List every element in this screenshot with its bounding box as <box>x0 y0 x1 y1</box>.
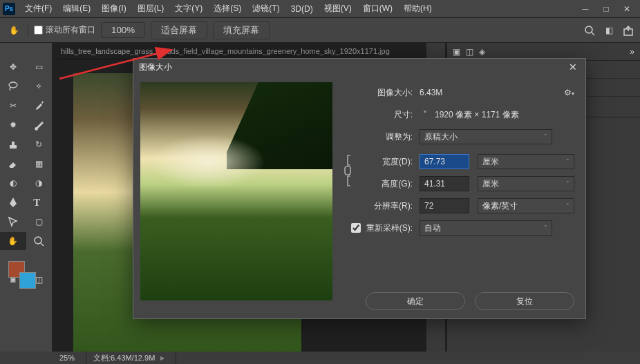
resolution-unit-select[interactable]: 像素/英寸˅ <box>478 198 574 213</box>
eraser-tool[interactable] <box>0 155 26 173</box>
fit-screen-button[interactable]: 适合屏幕 <box>151 21 207 39</box>
svg-point-3 <box>9 82 17 88</box>
fill-screen-button[interactable]: 填充屏幕 <box>213 21 270 39</box>
search-icon[interactable] <box>583 24 596 37</box>
move-tool[interactable]: ✥ <box>0 58 26 76</box>
menu-type[interactable]: 文字(Y) <box>169 0 208 17</box>
ok-button[interactable]: 确定 <box>366 292 465 310</box>
fit-to-select[interactable]: 原稿大小˅ <box>420 129 552 144</box>
shape-tool[interactable]: ▢ <box>26 213 53 231</box>
panel-menu-icon[interactable]: » <box>630 47 634 57</box>
image-size-label: 图像大小: <box>341 87 420 99</box>
constrain-link-icon[interactable] <box>341 153 355 191</box>
status-zoom[interactable]: 25% <box>53 352 86 364</box>
image-size-dialog: 图像大小 ✕ 图像大小: 6.43M ⚙▾ 尺寸: ˅ 1920 像素 × 11… <box>133 58 586 319</box>
statusbar: 25% 文档:6.43M/12.9M▶ <box>0 352 640 364</box>
svg-rect-4 <box>10 145 17 149</box>
svg-point-5 <box>35 237 41 244</box>
brush-tool[interactable] <box>26 116 53 134</box>
tools-panel: ✥ ▭ ✧ ✂ ✹ ↻ ▦ ◐ ◑ T ▢ ✋ ◙ ◫ <box>0 43 53 352</box>
share-icon[interactable] <box>622 24 634 37</box>
resolution-input[interactable] <box>420 198 469 213</box>
resample-checkbox[interactable] <box>351 223 361 233</box>
maximize-button[interactable]: □ <box>596 2 617 16</box>
svg-point-0 <box>585 26 592 33</box>
crop-tool[interactable]: ✂ <box>0 97 26 115</box>
zoom-tool[interactable] <box>26 232 53 250</box>
dialog-close-button[interactable]: ✕ <box>566 60 580 74</box>
path-select-tool[interactable] <box>0 213 26 231</box>
height-input[interactable] <box>420 176 469 191</box>
menu-view[interactable]: 视图(V) <box>319 0 357 17</box>
resolution-label: 分辨率(R): <box>341 200 420 212</box>
menubar: Ps 文件(F) 编辑(E) 图像(I) 图层(L) 文字(Y) 选择(S) 滤… <box>0 0 640 18</box>
options-bar: ✋ 滚动所有窗口 100% 适合屏幕 填充屏幕 ◧ <box>0 18 640 43</box>
eyedropper-tool[interactable] <box>26 97 53 115</box>
dialog-preview <box>140 82 332 300</box>
menu-3d[interactable]: 3D(D) <box>285 1 319 17</box>
svg-line-1 <box>592 32 594 35</box>
image-size-value: 6.43M <box>420 88 442 97</box>
menu-edit[interactable]: 编辑(E) <box>57 0 96 17</box>
close-button[interactable]: ✕ <box>617 2 637 16</box>
fit-to-label: 调整为: <box>341 131 420 143</box>
hand-tool-icon[interactable]: ✋ <box>6 22 22 39</box>
pen-tool[interactable] <box>0 193 26 211</box>
minimize-button[interactable]: ─ <box>575 2 596 16</box>
chevron-right-icon: ▶ <box>160 355 164 361</box>
channels-icon[interactable]: ◫ <box>466 47 473 57</box>
background-swatch[interactable] <box>19 272 36 289</box>
gear-icon[interactable]: ⚙▾ <box>564 88 574 97</box>
healing-brush-tool[interactable]: ✹ <box>0 116 26 134</box>
scroll-all-label: 滚动所有窗口 <box>46 24 95 36</box>
window-controls: ─ □ ✕ <box>575 2 637 16</box>
resample-label: 重新采样(S): <box>366 222 413 234</box>
document-tab[interactable]: hills_tree_landscape_grass_clouds_field_… <box>57 43 442 59</box>
status-doc[interactable]: 文档:6.43M/12.9M▶ <box>86 352 176 364</box>
hand-tool[interactable]: ✋ <box>0 232 26 250</box>
resample-select[interactable]: 自动˅ <box>420 220 552 236</box>
magic-wand-tool[interactable]: ✧ <box>26 77 53 95</box>
menu-window[interactable]: 窗口(W) <box>357 0 398 17</box>
scroll-all-checkbox-input[interactable] <box>34 26 43 35</box>
menu-filter[interactable]: 滤镜(T) <box>247 0 285 17</box>
menu-image[interactable]: 图像(I) <box>96 0 131 17</box>
paths-icon[interactable]: ◈ <box>479 47 485 57</box>
gradient-tool[interactable]: ▦ <box>26 155 53 173</box>
color-swatches[interactable] <box>0 258 52 300</box>
menu-file[interactable]: 文件(F) <box>19 0 57 17</box>
width-input[interactable] <box>420 154 469 169</box>
width-unit-select[interactable]: 厘米˅ <box>478 154 574 169</box>
dimensions-label: 尺寸: <box>341 109 420 121</box>
menu-select[interactable]: 选择(S) <box>208 0 247 17</box>
svg-rect-7 <box>345 166 350 175</box>
history-brush-tool[interactable]: ↻ <box>26 135 53 153</box>
height-unit-select[interactable]: 厘米˅ <box>478 176 574 191</box>
lasso-tool[interactable] <box>0 77 26 95</box>
zoom-100-button[interactable]: 100% <box>101 22 145 38</box>
type-tool[interactable]: T <box>26 193 53 211</box>
clone-stamp-tool[interactable] <box>0 135 26 153</box>
frame-icon[interactable]: ◧ <box>603 24 615 37</box>
dimensions-unit-toggle[interactable]: ˅ <box>420 109 431 120</box>
reset-button[interactable]: 复位 <box>475 292 574 310</box>
dialog-title: 图像大小 <box>139 61 172 73</box>
scroll-all-windows-checkbox[interactable]: 滚动所有窗口 <box>34 24 95 36</box>
dodge-tool[interactable]: ◑ <box>26 174 53 192</box>
svg-line-6 <box>41 243 44 246</box>
blur-tool[interactable]: ◐ <box>0 174 26 192</box>
dialog-titlebar[interactable]: 图像大小 ✕ <box>133 59 585 75</box>
menu-help[interactable]: 帮助(H) <box>398 0 437 17</box>
dialog-form: 图像大小: 6.43M ⚙▾ 尺寸: ˅ 1920 像素 × 1171 像素 调… <box>341 82 578 312</box>
app-logo: Ps <box>3 3 15 15</box>
marquee-tool[interactable]: ▭ <box>26 58 53 76</box>
menu-layer[interactable]: 图层(L) <box>132 0 170 17</box>
layers-icon[interactable]: ▣ <box>453 47 460 57</box>
dimensions-value: 1920 像素 × 1171 像素 <box>435 109 519 121</box>
